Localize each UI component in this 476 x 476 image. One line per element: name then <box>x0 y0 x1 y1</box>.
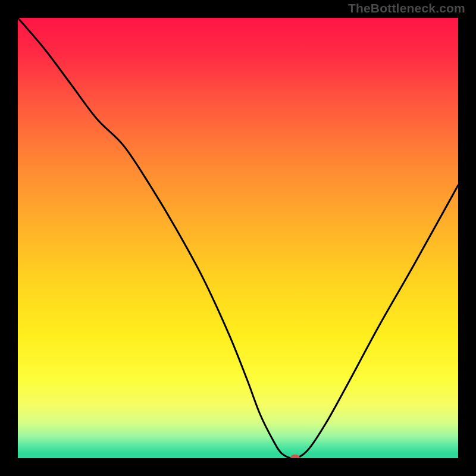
watermark-text: TheBottleneck.com <box>348 1 465 15</box>
plot-area <box>18 18 458 458</box>
optimal-point-marker <box>290 455 300 458</box>
chart-frame: TheBottleneck.com <box>0 0 476 476</box>
bottleneck-curve <box>18 18 458 458</box>
